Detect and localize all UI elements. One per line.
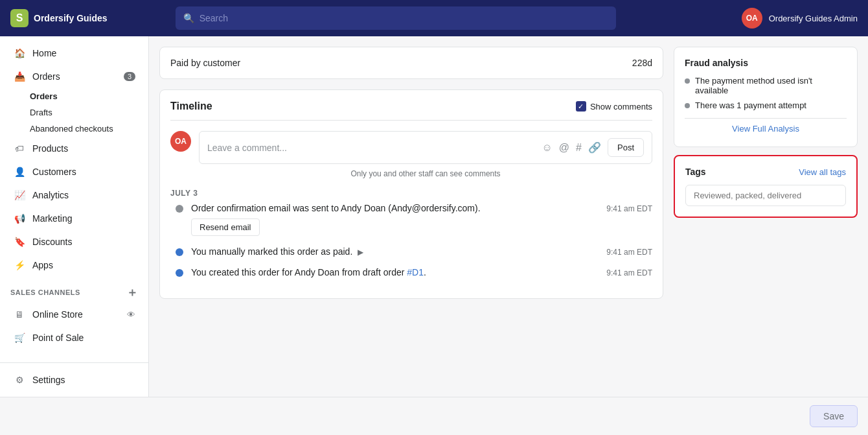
brand: S Ordersify Guides (10, 9, 108, 27)
event-dot-email (176, 205, 183, 213)
timeline-events: Order confirmation email was sent to And… (170, 203, 652, 277)
comment-input[interactable] (207, 143, 535, 153)
tags-header: Tags View all tags (685, 167, 846, 177)
sidebar-item-drafts[interactable]: Drafts (30, 104, 138, 121)
content-area: Paid by customer 228d Timeline ✓ Show co… (149, 36, 868, 397)
sidebar-label-online-store: Online Store (32, 309, 83, 320)
sidebar-label-orders: Orders (32, 71, 60, 82)
timeline-event-paid: You manually marked this order as paid. … (176, 246, 652, 257)
sidebar-label-marketing: Marketing (32, 213, 72, 224)
sales-channels-section: SALES CHANNELS ＋ (0, 277, 148, 303)
sidebar-label-products: Products (32, 143, 68, 154)
fraud-item-0: The payment method used isn't available (685, 76, 847, 95)
settings-icon: ⚙ (13, 373, 26, 386)
event-body-email: Order confirmation email was sent to And… (191, 203, 599, 236)
sidebar-item-abandoned-checkouts[interactable]: Abandoned checkouts (30, 121, 138, 137)
hashtag-icon[interactable]: # (575, 141, 583, 155)
event-time-email: 9:41 am EDT (606, 203, 652, 213)
event-dot-created (176, 269, 183, 277)
pos-icon: 🛒 (13, 331, 26, 344)
search-icon: 🔍 (183, 13, 194, 23)
sidebar-item-orders-list[interactable]: Orders (30, 88, 138, 104)
brand-name: Ordersify Guides (34, 13, 108, 23)
sidebar-label-home: Home (32, 48, 56, 58)
eye-icon[interactable]: 👁 (127, 310, 135, 320)
comment-input-row: OA ☺ @ # 🔗 Post (170, 131, 652, 164)
commenter-avatar: OA (170, 131, 191, 152)
add-sales-channel-icon[interactable]: ＋ (126, 285, 139, 300)
fraud-text-1: There was 1 payment attempt (695, 100, 806, 110)
emoji-icon[interactable]: ☺ (540, 141, 553, 155)
discounts-icon: 🔖 (13, 235, 26, 248)
event-text-paid: You manually marked this order as paid. (191, 246, 352, 257)
fraud-dot-0 (685, 78, 690, 84)
payment-amount: 228d (632, 58, 652, 68)
products-icon: 🏷 (13, 142, 26, 155)
sidebar-label-settings: Settings (32, 375, 65, 385)
event-time-paid: 9:41 am EDT (606, 246, 652, 257)
event-dot-paid (176, 248, 183, 256)
main-layout: 🏠 Home 📥 Orders 3 Orders Drafts Abandone… (0, 36, 868, 397)
event-body-created: You created this order for Andy Doan fro… (191, 267, 599, 277)
sidebar-item-discounts[interactable]: 🔖 Discounts (3, 230, 146, 253)
payment-row: Paid by customer 228d (170, 58, 652, 68)
sales-channels-label: SALES CHANNELS (10, 288, 80, 296)
sidebar-item-analytics[interactable]: 📈 Analytics (3, 183, 146, 207)
sidebar-item-settings[interactable]: ⚙ Settings (3, 368, 146, 392)
timeline-date: JULY 3 (170, 189, 652, 198)
event-text-created-before: You created this order for Andy Doan fro… (191, 267, 407, 277)
fraud-item-1: There was 1 payment attempt (685, 100, 847, 110)
timeline-header: Timeline ✓ Show comments (170, 100, 652, 121)
apps-icon: ⚡ (13, 259, 26, 272)
show-comments-toggle[interactable]: ✓ Show comments (576, 101, 652, 112)
event-text-email: Order confirmation email was sent to And… (191, 203, 481, 213)
timeline-event-email: Order confirmation email was sent to And… (176, 203, 652, 236)
orders-submenu: Orders Drafts Abandoned checkouts (0, 88, 148, 137)
brand-icon: S (10, 9, 29, 27)
analytics-icon: 📈 (13, 189, 26, 202)
show-comments-label: Show comments (590, 102, 652, 112)
sidebar: 🏠 Home 📥 Orders 3 Orders Drafts Abandone… (0, 36, 149, 397)
mention-icon[interactable]: @ (558, 141, 571, 155)
customers-icon: 👤 (13, 165, 26, 178)
draft-order-link[interactable]: #D1 (407, 267, 424, 277)
sidebar-item-orders[interactable]: 📥 Orders 3 (3, 65, 146, 88)
post-button[interactable]: Post (608, 138, 644, 157)
user-avatar[interactable]: OA (742, 8, 762, 29)
sidebar-item-home[interactable]: 🏠 Home (3, 41, 146, 65)
attachment-icon[interactable]: 🔗 (587, 140, 602, 155)
orders-badge: 3 (124, 72, 135, 81)
sidebar-item-customers[interactable]: 👤 Customers (3, 160, 146, 183)
search-input[interactable] (200, 13, 608, 23)
timeline-title: Timeline (170, 100, 212, 112)
payment-label: Paid by customer (170, 58, 240, 68)
save-footer: Save (0, 397, 868, 435)
tags-input[interactable] (685, 185, 846, 206)
comment-input-box: ☺ @ # 🔗 Post (199, 131, 652, 164)
sidebar-item-point-of-sale[interactable]: 🛒 Point of Sale (3, 326, 146, 349)
user-name: Ordersify Guides Admin (769, 14, 858, 23)
event-body-paid: You manually marked this order as paid. … (191, 246, 599, 257)
timeline-section: Timeline ✓ Show comments OA ☺ @ # (159, 89, 663, 299)
fraud-analysis-card: Fraud analysis The payment method used i… (674, 47, 858, 147)
sidebar-item-marketing[interactable]: 📢 Marketing (3, 207, 146, 230)
sidebar-label-apps: Apps (32, 260, 53, 270)
sidebar-label-discounts: Discounts (32, 237, 72, 247)
sidebar-item-online-store[interactable]: 🖥 Online Store 👁 (3, 303, 146, 326)
arrow-icon: ▶ (358, 248, 363, 257)
show-comments-checkbox[interactable]: ✓ (576, 101, 586, 112)
save-button[interactable]: Save (810, 405, 858, 427)
view-all-tags-button[interactable]: View all tags (799, 167, 846, 177)
fraud-dot-1 (685, 103, 690, 108)
right-panel: Fraud analysis The payment method used i… (674, 36, 868, 397)
view-full-analysis-button[interactable]: View Full Analysis (685, 118, 847, 136)
payment-section: Paid by customer 228d (159, 47, 663, 79)
orders-icon: 📥 (13, 70, 26, 83)
sidebar-label-analytics: Analytics (32, 190, 69, 200)
resend-email-button[interactable]: Resend email (191, 218, 260, 236)
tags-card: Tags View all tags (674, 155, 858, 218)
comment-icons: ☺ @ # 🔗 (540, 140, 602, 155)
sidebar-item-apps[interactable]: ⚡ Apps (3, 253, 146, 277)
sidebar-item-products[interactable]: 🏷 Products (3, 137, 146, 160)
search-bar: 🔍 (176, 6, 616, 30)
